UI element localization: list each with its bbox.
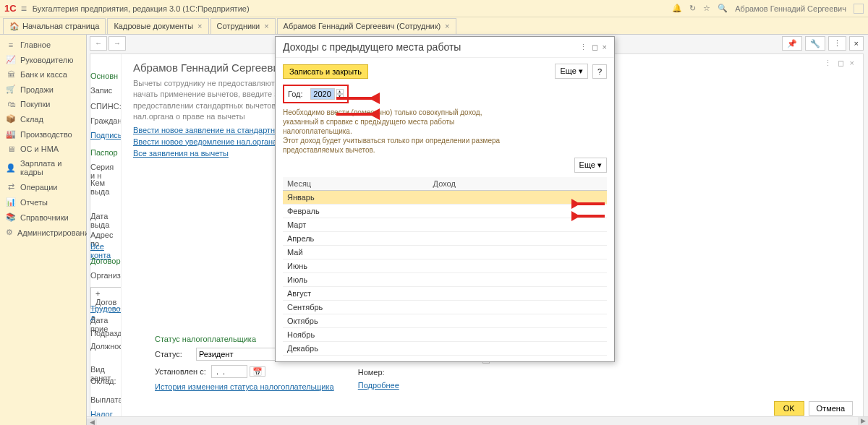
table-row[interactable]: Сентябрь [283, 301, 607, 314]
minimize-icon[interactable] [854, 4, 864, 14]
income-cell[interactable] [429, 273, 607, 287]
save-close-button[interactable]: Запис [90, 86, 112, 95]
nav-label: ОС и НМА [20, 145, 59, 153]
scroll-left-icon[interactable]: ◀ [87, 418, 97, 425]
tab-osnovn[interactable]: Основн [90, 72, 118, 80]
month-cell: Апрель [283, 232, 429, 246]
kebab-icon[interactable]: ⋮ [579, 43, 587, 52]
link-signature[interactable]: Подпись [90, 131, 122, 139]
tab-label: Кадровые документы [114, 22, 193, 30]
table-row[interactable]: Июнь [283, 259, 607, 273]
nav-label: Продажи [20, 85, 54, 94]
sidebar-item[interactable]: 📈Руководителю [0, 52, 86, 67]
tab-label: Сотрудники [217, 22, 260, 30]
scroll-right-icon[interactable]: ▶ [858, 417, 868, 425]
table-row[interactable]: Ноябрь [283, 328, 607, 342]
month-cell: Февраль [283, 205, 429, 218]
sidebar-item[interactable]: ≡Главное [0, 38, 86, 52]
month-cell: Май [283, 246, 429, 259]
wrench-icon[interactable]: 🔧 [805, 36, 825, 51]
table-row[interactable]: Март [283, 218, 607, 232]
save-close-button[interactable]: Записать и закрыть [283, 64, 368, 79]
sidebar-item[interactable]: ⇄Операции [0, 179, 86, 194]
income-cell[interactable] [429, 314, 607, 328]
table-row[interactable]: Май [283, 246, 607, 259]
label-oklad: Оклад: [90, 377, 116, 385]
table-row[interactable]: Декабрь [283, 342, 607, 356]
nav-icon: 🛍 [6, 100, 16, 108]
month-cell: Июль [283, 273, 429, 287]
more-menu-icon[interactable]: ⋮ [828, 36, 846, 51]
help-button[interactable]: ? [592, 64, 607, 79]
pin-icon[interactable]: 📌 [782, 36, 802, 51]
ok-button[interactable]: OK [774, 401, 804, 416]
income-cell[interactable] [429, 287, 607, 301]
cancel-button[interactable]: Отмена [809, 401, 853, 416]
close-icon[interactable]: × [445, 22, 449, 30]
income-cell[interactable] [429, 328, 607, 342]
user-name[interactable]: Абрамов Геннадий Сергеевич [735, 4, 846, 13]
income-cell[interactable] [429, 301, 607, 314]
nav-back-button[interactable]: ← [90, 36, 107, 51]
sidebar-item[interactable]: ⚙Администрирование [0, 225, 86, 240]
table-row[interactable]: Апрель [283, 232, 607, 246]
date-input[interactable] [211, 365, 247, 378]
annotation-arrow-icon [336, 107, 380, 124]
table-more-button[interactable]: Еще ▾ [574, 158, 607, 173]
nav-label: Отчеты [20, 198, 48, 207]
nav-icon: ≡ [6, 40, 16, 49]
nav-icon: 📦 [6, 114, 16, 124]
income-cell[interactable] [429, 342, 607, 356]
label-seria: Серия и н [90, 163, 114, 180]
income-cell[interactable] [429, 232, 607, 246]
close-icon[interactable]: × [264, 22, 268, 30]
tab-home[interactable]: 🏠 Начальная страница [3, 18, 106, 34]
label-nomer: Номер: [358, 368, 385, 377]
search-icon[interactable]: 🔍 [718, 4, 728, 13]
close-icon[interactable]: × [849, 36, 864, 51]
tab-sotr[interactable]: Сотрудники × [210, 18, 276, 34]
close-icon[interactable]: × [850, 59, 854, 68]
tab-sotrudnik[interactable]: Абрамов Геннадий Сергеевич (Сотрудник) × [277, 18, 456, 34]
sidebar-item[interactable]: 📦Склад [0, 111, 86, 126]
sidebar-item[interactable]: 📊Отчеты [0, 194, 86, 210]
year-input[interactable] [310, 88, 335, 100]
close-icon[interactable]: × [603, 43, 607, 51]
star-icon[interactable]: ☆ [703, 4, 710, 13]
table-row[interactable]: Январь [283, 191, 607, 205]
nav-fwd-button[interactable]: → [109, 36, 126, 51]
bell-icon[interactable]: 🔔 [672, 4, 682, 13]
calendar-icon[interactable]: 📅 [250, 366, 265, 377]
tab-kadr[interactable]: Кадровые документы × [107, 18, 208, 34]
table-row[interactable]: Февраль [283, 205, 607, 218]
link-history[interactable]: История изменения статуса налогоплательщ… [155, 382, 334, 391]
window-icon[interactable]: ◻ [838, 59, 844, 68]
hamburger-icon[interactable]: ≡ [21, 3, 27, 14]
table-row[interactable]: Июль [283, 273, 607, 287]
nav-icon: ⚙ [6, 228, 13, 237]
income-cell[interactable] [429, 246, 607, 259]
sidebar-item[interactable]: 🛒Продажи [0, 82, 86, 97]
sidebar-item[interactable]: 🏭Производство [0, 126, 86, 142]
link-podrobnee[interactable]: Подробнее [358, 381, 399, 390]
year-label: Год: [288, 90, 303, 98]
table-row[interactable]: Август [283, 287, 607, 301]
sidebar-item[interactable]: 👤Зарплата и кадры [0, 156, 86, 179]
month-cell: Январь [283, 191, 429, 205]
sidebar-item[interactable]: 📚Справочники [0, 210, 86, 225]
more-button[interactable]: Еще ▾ [555, 64, 587, 79]
sidebar-item[interactable]: 🛍Покупки [0, 97, 86, 111]
h-scrollbar[interactable]: ◀ ▶ [87, 416, 868, 425]
month-cell: Март [283, 218, 429, 232]
history-icon[interactable]: ↻ [689, 4, 696, 13]
table-row[interactable]: Октябрь [283, 314, 607, 328]
link-all-ded[interactable]: Все заявления на вычеты [133, 149, 229, 158]
income-cell[interactable] [429, 259, 607, 273]
close-icon[interactable]: × [197, 22, 202, 30]
window-icon[interactable]: ◻ [592, 43, 598, 52]
sidebar-item[interactable]: 🏛Банк и касса [0, 67, 86, 82]
sidebar-item[interactable]: 🖥ОС и НМА [0, 142, 86, 156]
status-input[interactable] [196, 348, 276, 361]
kebab-icon[interactable]: ⋮ [824, 59, 832, 68]
col-month: Месяц [283, 177, 429, 191]
